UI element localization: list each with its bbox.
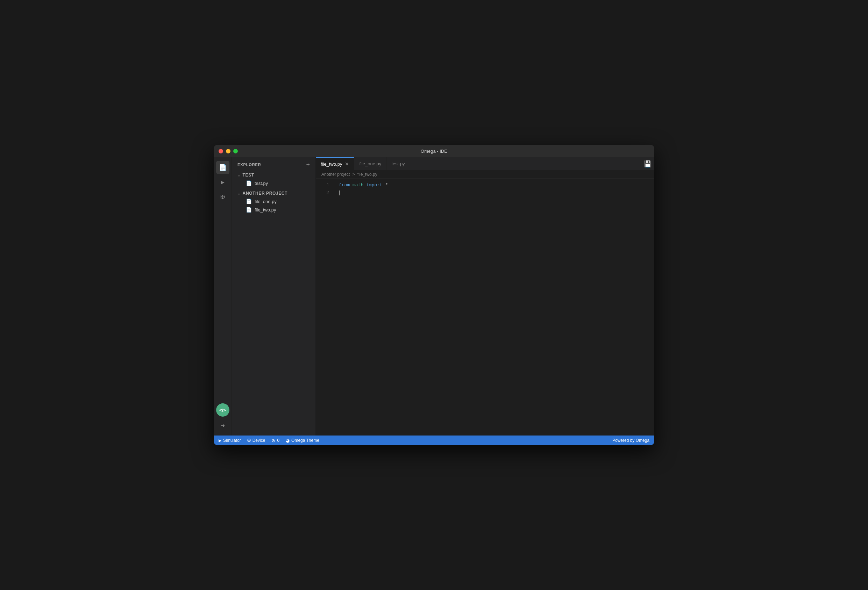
line-numbers: 1 2 xyxy=(316,179,333,436)
code-area[interactable]: from math import * xyxy=(333,179,654,436)
tab-close-icon[interactable]: ✕ xyxy=(345,162,349,166)
folder-test[interactable]: ⌄ TEST xyxy=(232,171,316,179)
save-icon: 💾 xyxy=(644,160,651,168)
minimize-button[interactable] xyxy=(226,149,230,153)
status-device-label: Device xyxy=(252,438,266,443)
status-errors[interactable]: ⊗ 0 xyxy=(272,438,279,443)
tabs-bar: file_two.py ✕ file_one.py test.py 💾 xyxy=(316,157,654,171)
activity-bottom: </> ➜ xyxy=(216,403,229,436)
keyword-import: import xyxy=(366,182,382,188)
error-icon: ⊗ xyxy=(272,438,275,443)
files-icon: 📄 xyxy=(219,163,227,171)
save-button[interactable]: 💾 xyxy=(641,157,654,171)
status-simulator-label: Simulator xyxy=(223,438,241,443)
main-content: 📄 ▶ ✠ </> ➜ EXPLORER + xyxy=(214,157,654,436)
titlebar: Omega - IDE xyxy=(214,145,654,157)
tree-section-another: ⌄ ANOTHER PROJECT 📄 file_one.py 📄 file_t… xyxy=(232,190,316,216)
add-folder-button[interactable]: + xyxy=(306,162,310,168)
folder-another-project[interactable]: ⌄ ANOTHER PROJECT xyxy=(232,190,316,197)
activity-bar: 📄 ▶ ✠ </> ➜ xyxy=(214,157,232,436)
tree-section-test: ⌄ TEST 📄 test.py xyxy=(232,171,316,190)
sign-out-icon: ➜ xyxy=(220,422,225,429)
breadcrumb-part-2: file_two.py xyxy=(357,172,377,177)
activity-files[interactable]: 📄 xyxy=(216,161,229,174)
tab-test-py[interactable]: test.py xyxy=(387,157,410,170)
play-icon: ▶ xyxy=(218,438,221,443)
window-controls xyxy=(218,149,238,153)
file-file-one-py[interactable]: 📄 file_one.py xyxy=(232,197,316,206)
omega-logo-button[interactable]: </> xyxy=(216,403,229,416)
breadcrumb: Another project > file_two.py xyxy=(316,171,654,179)
text-cursor xyxy=(339,190,340,196)
keyword-from: from xyxy=(339,182,350,188)
module-math: math xyxy=(353,182,363,188)
file-file-two-py[interactable]: 📄 file_two.py xyxy=(232,206,316,214)
status-simulator[interactable]: ▶ Simulator xyxy=(218,438,241,443)
tab-test-py-label: test.py xyxy=(391,161,404,166)
activity-usb[interactable]: ✠ xyxy=(216,190,229,203)
usb-status-icon: ✠ xyxy=(247,438,251,443)
exit-button[interactable]: ➜ xyxy=(216,419,229,432)
editor-area: file_two.py ✕ file_one.py test.py 💾 Anot… xyxy=(316,157,654,436)
maximize-button[interactable] xyxy=(233,149,238,153)
powered-by-label: Powered by Omega xyxy=(613,438,650,443)
chevron-down-icon: ⌄ xyxy=(238,174,241,177)
file-icon-2: 📄 xyxy=(246,199,252,204)
status-theme-label: Omega Theme xyxy=(291,438,319,443)
line-num-1: 1 xyxy=(316,181,333,189)
close-button[interactable] xyxy=(218,149,223,153)
file-test-py-label: test.py xyxy=(255,181,268,186)
usb-icon: ✠ xyxy=(220,194,225,200)
folder-another-project-label: ANOTHER PROJECT xyxy=(243,191,288,196)
line-num-2: 2 xyxy=(316,189,333,197)
tab-file-two-py-label: file_two.py xyxy=(321,162,342,167)
run-icon: ▶ xyxy=(221,179,224,185)
file-icon-3: 📄 xyxy=(246,207,252,212)
status-right: Powered by Omega xyxy=(613,438,650,443)
status-errors-label: 0 xyxy=(277,438,279,443)
breadcrumb-part-1: Another project xyxy=(321,172,350,177)
status-device[interactable]: ✠ Device xyxy=(247,438,266,443)
chevron-down-icon-2: ⌄ xyxy=(238,191,241,196)
tab-file-one-py[interactable]: file_one.py xyxy=(354,157,387,170)
folder-test-label: TEST xyxy=(243,173,254,178)
file-icon: 📄 xyxy=(246,180,252,186)
tab-file-one-py-label: file_one.py xyxy=(359,161,381,166)
status-theme[interactable]: ◕ Omega Theme xyxy=(286,438,319,443)
breadcrumb-separator: > xyxy=(353,172,355,177)
tab-file-two-py[interactable]: file_two.py ✕ xyxy=(316,157,354,170)
activity-run[interactable]: ▶ xyxy=(216,175,229,189)
sidebar-title: EXPLORER xyxy=(238,163,261,167)
app-window: Omega - IDE 📄 ▶ ✠ </> ➜ xyxy=(214,145,654,445)
file-two-py-label: file_two.py xyxy=(255,207,276,212)
editor-body[interactable]: 1 2 from math import * xyxy=(316,179,654,436)
status-bar: ▶ Simulator ✠ Device ⊗ 0 ◕ Omega Theme P… xyxy=(214,436,654,445)
window-title: Omega - IDE xyxy=(421,149,447,154)
omega-logo-icon: </> xyxy=(219,408,226,413)
file-one-py-label: file_one.py xyxy=(255,199,277,204)
file-test-py[interactable]: 📄 test.py xyxy=(232,179,316,187)
sidebar-header: EXPLORER + xyxy=(232,157,316,171)
code-line-1: from math import * xyxy=(339,181,649,189)
sidebar: EXPLORER + ⌄ TEST 📄 test.py ⌄ ANOTHER PR… xyxy=(232,157,316,436)
code-line-2 xyxy=(339,189,649,197)
theme-icon: ◕ xyxy=(286,438,289,443)
